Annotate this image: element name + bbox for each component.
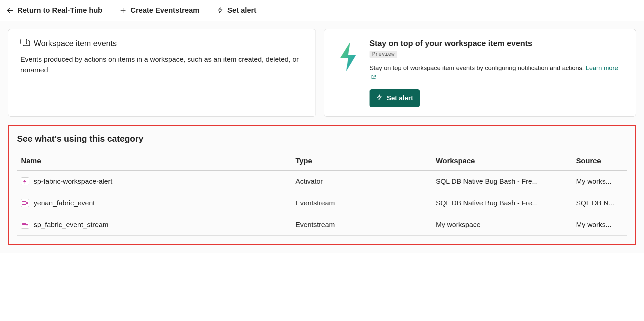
table-header-row: Name Type Workspace Source: [17, 152, 627, 170]
row-workspace: My workspace: [432, 214, 572, 235]
create-label: Create Eventstream: [130, 6, 199, 15]
row-name: yenan_fabric_event: [34, 199, 95, 207]
row-source: My works...: [572, 170, 627, 192]
row-type: Eventstream: [291, 192, 432, 214]
content-area: Workspace item events Events produced by…: [0, 21, 644, 253]
usage-table: Name Type Workspace Source sp-fabric-wor…: [17, 152, 627, 236]
bolt-graphic-icon: [336, 41, 360, 74]
svg-point-2: [26, 224, 28, 225]
toolbar: Return to Real-Time hub Create Eventstre…: [0, 0, 644, 21]
workspace-events-card: Workspace item events Events produced by…: [8, 29, 316, 117]
row-name: sp-fabric-workspace-alert: [34, 177, 112, 185]
card-right-content: Stay on top of your workspace item event…: [370, 39, 624, 107]
usage-section: See what's using this category Name Type…: [8, 125, 636, 245]
return-label: Return to Real-Time hub: [17, 6, 102, 15]
row-name: sp_fabric_event_stream: [34, 221, 108, 229]
column-workspace-header[interactable]: Workspace: [432, 152, 572, 170]
activator-icon: [21, 177, 29, 185]
set-alert-card: Stay on top of your workspace item event…: [324, 29, 636, 117]
bolt-icon: [376, 93, 383, 103]
arrow-left-icon: [6, 6, 14, 14]
plus-icon: [119, 6, 127, 14]
card-title-row: Workspace item events: [20, 39, 303, 48]
eventstream-icon: [21, 199, 29, 207]
row-source: My works...: [572, 214, 627, 235]
row-type: Eventstream: [291, 214, 432, 235]
set-alert-button[interactable]: Set alert: [370, 89, 420, 107]
cards-row: Workspace item events Events produced by…: [8, 29, 636, 117]
row-source: SQL DB N...: [572, 192, 627, 214]
create-eventstream-button[interactable]: Create Eventstream: [116, 3, 203, 17]
alert-card-title: Stay on top of your workspace item event…: [370, 39, 624, 48]
card-description: Events produced by actions on items in a…: [20, 54, 303, 75]
stack-icon: [20, 39, 30, 48]
svg-rect-0: [21, 39, 27, 44]
preview-badge: Preview: [370, 51, 397, 58]
alert-label: Set alert: [227, 6, 256, 15]
set-alert-toolbar-button[interactable]: Set alert: [213, 3, 260, 17]
table-row[interactable]: yenan_fabric_event Eventstream SQL DB Na…: [17, 192, 627, 214]
alert-card-description: Stay on top of workspace item events by …: [370, 63, 624, 83]
bolt-icon: [216, 6, 224, 14]
table-row[interactable]: sp_fabric_event_stream Eventstream My wo…: [17, 214, 627, 235]
column-name-header[interactable]: Name: [17, 152, 291, 170]
external-link-icon: [371, 73, 376, 83]
row-workspace: SQL DB Native Bug Bash - Fre...: [432, 170, 572, 192]
card-title: Workspace item events: [34, 39, 117, 48]
column-type-header[interactable]: Type: [291, 152, 432, 170]
set-alert-button-label: Set alert: [387, 94, 413, 102]
row-type: Activator: [291, 170, 432, 192]
eventstream-icon: [21, 221, 29, 229]
row-workspace: SQL DB Native Bug Bash - Fre...: [432, 192, 572, 214]
table-row[interactable]: sp-fabric-workspace-alert Activator SQL …: [17, 170, 627, 192]
svg-point-1: [26, 202, 28, 204]
column-source-header[interactable]: Source: [572, 152, 627, 170]
return-to-hub-button[interactable]: Return to Real-Time hub: [3, 3, 106, 17]
section-title: See what's using this category: [17, 134, 627, 144]
